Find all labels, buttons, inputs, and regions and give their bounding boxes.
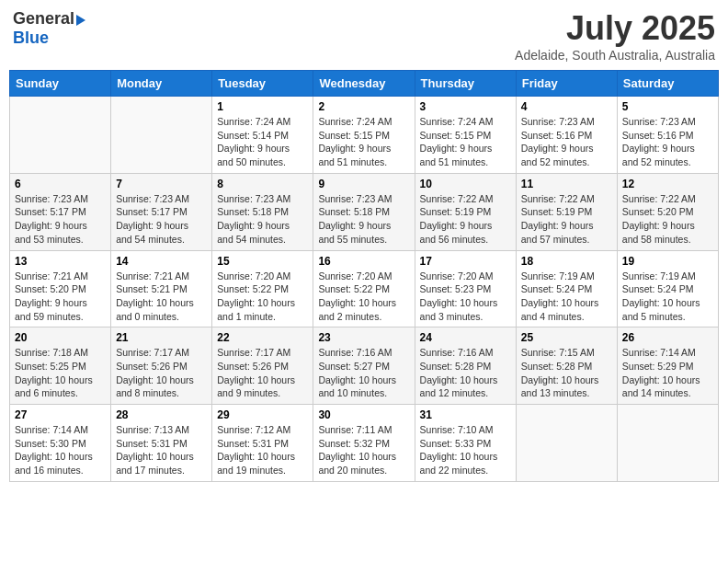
day-number: 7: [116, 178, 207, 190]
day-number: 4: [521, 100, 612, 113]
day-info: Sunrise: 7:18 AM Sunset: 5:25 PM Dayligh…: [15, 346, 106, 400]
calendar-week-row: 27Sunrise: 7:14 AM Sunset: 5:30 PM Dayli…: [10, 405, 719, 482]
day-info: Sunrise: 7:14 AM Sunset: 5:29 PM Dayligh…: [622, 346, 713, 400]
day-info: Sunrise: 7:15 AM Sunset: 5:28 PM Dayligh…: [521, 346, 612, 400]
day-info: Sunrise: 7:23 AM Sunset: 5:16 PM Dayligh…: [622, 115, 713, 169]
month-title: July 2025: [515, 9, 715, 48]
day-number: 14: [116, 255, 207, 268]
day-info: Sunrise: 7:20 AM Sunset: 5:22 PM Dayligh…: [217, 270, 308, 324]
day-number: 6: [15, 178, 106, 190]
day-number: 27: [15, 408, 106, 421]
day-info: Sunrise: 7:13 AM Sunset: 5:31 PM Dayligh…: [116, 423, 207, 477]
day-info: Sunrise: 7:20 AM Sunset: 5:22 PM Dayligh…: [318, 270, 409, 324]
day-number: 26: [622, 331, 713, 344]
day-info: Sunrise: 7:17 AM Sunset: 5:26 PM Dayligh…: [116, 346, 207, 400]
day-number: 9: [318, 178, 409, 190]
day-of-week-header: Saturday: [617, 71, 718, 97]
day-info: Sunrise: 7:23 AM Sunset: 5:18 PM Dayligh…: [217, 192, 308, 247]
calendar-cell: 17Sunrise: 7:20 AM Sunset: 5:23 PM Dayli…: [415, 250, 516, 327]
logo: General Blue: [13, 9, 85, 48]
calendar-cell: 1Sunrise: 7:24 AM Sunset: 5:14 PM Daylig…: [212, 97, 313, 174]
logo-triangle-icon: [76, 15, 85, 26]
day-info: Sunrise: 7:22 AM Sunset: 5:19 PM Dayligh…: [521, 192, 612, 247]
day-info: Sunrise: 7:23 AM Sunset: 5:16 PM Dayligh…: [521, 115, 612, 169]
day-number: 31: [420, 408, 511, 421]
day-info: Sunrise: 7:19 AM Sunset: 5:24 PM Dayligh…: [622, 270, 713, 324]
calendar-cell: 5Sunrise: 7:23 AM Sunset: 5:16 PM Daylig…: [617, 97, 718, 174]
day-info: Sunrise: 7:23 AM Sunset: 5:18 PM Dayligh…: [318, 192, 409, 247]
day-info: Sunrise: 7:14 AM Sunset: 5:30 PM Dayligh…: [15, 423, 106, 477]
day-number: 28: [116, 408, 207, 421]
day-number: 18: [521, 255, 612, 268]
calendar-week-row: 20Sunrise: 7:18 AM Sunset: 5:25 PM Dayli…: [10, 327, 719, 405]
calendar-cell: 19Sunrise: 7:19 AM Sunset: 5:24 PM Dayli…: [617, 250, 718, 327]
day-number: 22: [217, 331, 308, 344]
calendar-cell: 3Sunrise: 7:24 AM Sunset: 5:15 PM Daylig…: [415, 97, 516, 174]
calendar-cell: 16Sunrise: 7:20 AM Sunset: 5:22 PM Dayli…: [313, 250, 415, 327]
location-subtitle: Adelaide, South Australia, Australia: [515, 48, 715, 63]
calendar-week-row: 13Sunrise: 7:21 AM Sunset: 5:20 PM Dayli…: [10, 250, 719, 327]
day-number: 21: [116, 331, 207, 344]
day-number: 19: [622, 255, 713, 268]
day-number: 24: [420, 331, 511, 344]
day-of-week-header: Thursday: [415, 71, 516, 97]
day-number: 25: [521, 331, 612, 344]
day-number: 8: [217, 178, 308, 190]
day-info: Sunrise: 7:24 AM Sunset: 5:15 PM Dayligh…: [318, 115, 409, 169]
day-number: 10: [420, 178, 511, 190]
calendar-cell: 9Sunrise: 7:23 AM Sunset: 5:18 PM Daylig…: [313, 173, 415, 250]
calendar-cell: 7Sunrise: 7:23 AM Sunset: 5:17 PM Daylig…: [111, 173, 212, 250]
day-info: Sunrise: 7:16 AM Sunset: 5:28 PM Dayligh…: [420, 346, 511, 400]
calendar-cell: 21Sunrise: 7:17 AM Sunset: 5:26 PM Dayli…: [111, 327, 212, 405]
calendar-cell: 10Sunrise: 7:22 AM Sunset: 5:19 PM Dayli…: [415, 173, 516, 250]
day-info: Sunrise: 7:19 AM Sunset: 5:24 PM Dayligh…: [521, 270, 612, 324]
calendar-cell: 12Sunrise: 7:22 AM Sunset: 5:20 PM Dayli…: [617, 173, 718, 250]
day-number: 16: [318, 255, 409, 268]
day-info: Sunrise: 7:16 AM Sunset: 5:27 PM Dayligh…: [318, 346, 409, 400]
day-info: Sunrise: 7:11 AM Sunset: 5:32 PM Dayligh…: [318, 423, 409, 477]
calendar-cell: 25Sunrise: 7:15 AM Sunset: 5:28 PM Dayli…: [516, 327, 617, 405]
calendar-cell: 27Sunrise: 7:14 AM Sunset: 5:30 PM Dayli…: [10, 405, 111, 482]
day-number: 5: [622, 100, 713, 113]
calendar-cell: [10, 97, 111, 174]
day-info: Sunrise: 7:12 AM Sunset: 5:31 PM Dayligh…: [217, 423, 308, 477]
day-info: Sunrise: 7:22 AM Sunset: 5:19 PM Dayligh…: [420, 192, 511, 247]
day-number: 23: [318, 331, 409, 344]
calendar-cell: 13Sunrise: 7:21 AM Sunset: 5:20 PM Dayli…: [10, 250, 111, 327]
day-number: 29: [217, 408, 308, 421]
calendar-cell: 23Sunrise: 7:16 AM Sunset: 5:27 PM Dayli…: [313, 327, 415, 405]
day-number: 1: [217, 100, 308, 113]
day-of-week-header: Wednesday: [313, 71, 415, 97]
logo-general-text: General: [13, 9, 74, 29]
day-of-week-header: Monday: [111, 71, 212, 97]
day-info: Sunrise: 7:20 AM Sunset: 5:23 PM Dayligh…: [420, 270, 511, 324]
calendar-cell: 30Sunrise: 7:11 AM Sunset: 5:32 PM Dayli…: [313, 405, 415, 482]
calendar-cell: 22Sunrise: 7:17 AM Sunset: 5:26 PM Dayli…: [212, 327, 313, 405]
calendar-cell: 29Sunrise: 7:12 AM Sunset: 5:31 PM Dayli…: [212, 405, 313, 482]
calendar-cell: 8Sunrise: 7:23 AM Sunset: 5:18 PM Daylig…: [212, 173, 313, 250]
day-of-week-header: Friday: [516, 71, 617, 97]
calendar-cell: 20Sunrise: 7:18 AM Sunset: 5:25 PM Dayli…: [10, 327, 111, 405]
logo-blue-text: Blue: [13, 29, 49, 48]
day-info: Sunrise: 7:17 AM Sunset: 5:26 PM Dayligh…: [217, 346, 308, 400]
calendar-cell: 2Sunrise: 7:24 AM Sunset: 5:15 PM Daylig…: [313, 97, 415, 174]
calendar-cell: [516, 405, 617, 482]
day-number: 2: [318, 100, 409, 113]
calendar-cell: 31Sunrise: 7:10 AM Sunset: 5:33 PM Dayli…: [415, 405, 516, 482]
calendar-cell: 18Sunrise: 7:19 AM Sunset: 5:24 PM Dayli…: [516, 250, 617, 327]
day-number: 30: [318, 408, 409, 421]
day-number: 17: [420, 255, 511, 268]
calendar-table: SundayMondayTuesdayWednesdayThursdayFrid…: [9, 70, 719, 482]
calendar-cell: [617, 405, 718, 482]
day-number: 3: [420, 100, 511, 113]
day-number: 12: [622, 178, 713, 190]
calendar-cell: 15Sunrise: 7:20 AM Sunset: 5:22 PM Dayli…: [212, 250, 313, 327]
day-of-week-header: Tuesday: [212, 71, 313, 97]
calendar-cell: 4Sunrise: 7:23 AM Sunset: 5:16 PM Daylig…: [516, 97, 617, 174]
calendar-cell: [111, 97, 212, 174]
day-number: 13: [15, 255, 106, 268]
calendar-cell: 6Sunrise: 7:23 AM Sunset: 5:17 PM Daylig…: [10, 173, 111, 250]
calendar-week-row: 1Sunrise: 7:24 AM Sunset: 5:14 PM Daylig…: [10, 97, 719, 174]
day-of-week-header: Sunday: [10, 71, 111, 97]
calendar-week-row: 6Sunrise: 7:23 AM Sunset: 5:17 PM Daylig…: [10, 173, 719, 250]
